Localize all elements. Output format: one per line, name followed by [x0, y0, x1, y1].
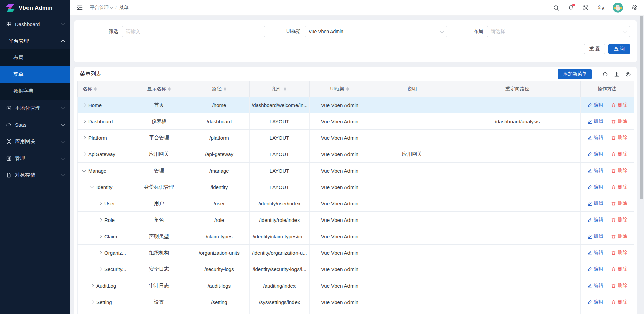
table-row-Home: Home首页/home/dashboard/welcome/in...Vue V…: [78, 97, 634, 113]
sidebar-item-菜单[interactable]: 菜单: [0, 66, 70, 83]
sort-carets-icon[interactable]: [94, 87, 97, 91]
delete-link[interactable]: 删除: [611, 250, 627, 256]
expand-row-icon[interactable]: [82, 152, 86, 156]
trash-icon: [611, 217, 616, 223]
sort-carets-icon[interactable]: [224, 87, 226, 91]
edit-link[interactable]: 编辑: [587, 151, 603, 157]
sidebar-item-数据字典[interactable]: 数据字典: [0, 83, 70, 100]
edit-label: 编辑: [594, 151, 603, 157]
search-button[interactable]: 查 询: [608, 44, 630, 54]
delete-link[interactable]: 删除: [611, 102, 627, 108]
cell-component: LAYOUT: [250, 179, 310, 195]
column-settings-gear-icon[interactable]: [625, 71, 631, 77]
delete-label: 删除: [618, 200, 627, 206]
edit-link[interactable]: 编辑: [587, 233, 603, 239]
delete-link[interactable]: 删除: [611, 184, 627, 190]
sort-carets-icon[interactable]: [284, 87, 286, 91]
menu-fold-icon[interactable]: [76, 4, 83, 11]
collapse-row-icon[interactable]: [90, 185, 94, 188]
edit-link[interactable]: 编辑: [587, 250, 603, 256]
delete-link[interactable]: 删除: [611, 299, 627, 305]
settings-gear-icon[interactable]: [631, 4, 638, 11]
toolbar-right: 添加新菜单: [558, 69, 631, 79]
edit-link[interactable]: 编辑: [587, 135, 603, 141]
edit-link[interactable]: 编辑: [587, 217, 603, 223]
pencil-icon: [587, 250, 592, 255]
ui-framework-select[interactable]: Vue Vben Admin: [305, 26, 447, 37]
sidebar-item-Saas[interactable]: Saas: [0, 116, 70, 133]
expand-row-icon[interactable]: [98, 234, 102, 238]
expand-row-icon[interactable]: [98, 218, 102, 222]
delete-label: 删除: [618, 184, 627, 190]
add-menu-button[interactable]: 添加新菜单: [558, 69, 592, 79]
vertical-scrollbar-thumb[interactable]: [640, 16, 643, 199]
edit-link[interactable]: 编辑: [587, 266, 603, 272]
edit-link[interactable]: 编辑: [587, 184, 603, 190]
expand-row-icon[interactable]: [90, 300, 94, 304]
sidebar-item-管理[interactable]: 管理: [0, 150, 70, 167]
column-header-组件[interactable]: 组件: [250, 81, 310, 97]
column-label: 重定向路径: [506, 86, 529, 92]
table-header-row: 名称显示名称路径组件UI框架说明重定向路径操作方法: [78, 81, 634, 97]
sidebar-item-平台管理[interactable]: 平台管理: [0, 33, 70, 49]
cell-path: /user: [189, 195, 250, 212]
vben-logo-icon: [5, 3, 15, 13]
pencil-icon: [587, 267, 592, 272]
column-header-名称[interactable]: 名称: [78, 81, 129, 97]
table-row-Manage: Manage管理/manageLAYOUTVue Vben Admin编辑删除: [78, 163, 634, 179]
sort-carets-icon[interactable]: [168, 87, 171, 91]
cell-component: LAYOUT: [250, 113, 310, 130]
column-header-UI框架[interactable]: UI框架: [310, 81, 370, 97]
sidebar-item-本地化管理[interactable]: 本地化管理: [0, 100, 70, 116]
edit-link[interactable]: 编辑: [587, 299, 603, 305]
notification-bell-icon[interactable]: [568, 5, 574, 11]
expand-row-icon[interactable]: [98, 201, 102, 205]
expand-row-icon[interactable]: [90, 284, 94, 287]
delete-link[interactable]: 删除: [611, 233, 627, 239]
sort-carets-icon[interactable]: [346, 87, 349, 91]
app-logo[interactable]: Vben Admin: [0, 0, 70, 16]
layout-select[interactable]: 请选择: [487, 26, 630, 37]
sidebar-item-对象存储[interactable]: 对象存储: [0, 167, 70, 183]
cell-description: [370, 97, 454, 113]
reset-button[interactable]: 重 置: [584, 44, 605, 54]
column-header-显示名称[interactable]: 显示名称: [129, 81, 189, 97]
filter-input[interactable]: [122, 26, 265, 37]
column-header-路径[interactable]: 路径: [189, 81, 250, 97]
framework-value: Vue Vben Admin: [321, 201, 358, 206]
sidebar-item-Dashboard[interactable]: Dashboard: [0, 16, 70, 33]
expand-row-icon[interactable]: [82, 136, 86, 139]
edit-link[interactable]: 编辑: [587, 282, 603, 289]
cell-component: LAYOUT: [250, 146, 310, 163]
breadcrumb-parent[interactable]: 平台管理: [90, 5, 113, 11]
sidebar-item-布局[interactable]: 布局: [0, 49, 70, 66]
search-icon[interactable]: [553, 5, 559, 11]
edit-link[interactable]: 编辑: [587, 168, 603, 174]
sidebar-item-应用网关[interactable]: 应用网关: [0, 133, 70, 150]
delete-link[interactable]: 删除: [611, 168, 627, 174]
sidebar-item-label: Saas: [15, 122, 62, 128]
collapse-row-icon[interactable]: [82, 168, 86, 172]
expand-row-icon[interactable]: [98, 251, 102, 254]
refresh-icon[interactable]: [602, 71, 608, 77]
edit-link[interactable]: 编辑: [587, 200, 603, 206]
cell-path: /platform: [189, 130, 250, 146]
delete-link[interactable]: 删除: [611, 217, 627, 223]
avatar[interactable]: [613, 3, 623, 13]
display-value: 平台管理: [149, 135, 169, 140]
delete-link[interactable]: 删除: [611, 282, 627, 289]
row-height-icon[interactable]: [613, 71, 620, 77]
edit-link[interactable]: 编辑: [587, 102, 603, 108]
delete-link[interactable]: 删除: [611, 200, 627, 206]
expand-row-icon[interactable]: [82, 119, 86, 123]
translate-icon[interactable]: 文A: [597, 5, 604, 10]
delete-link[interactable]: 删除: [611, 266, 627, 272]
expand-row-icon[interactable]: [82, 103, 86, 107]
delete-link[interactable]: 删除: [611, 135, 627, 141]
expand-row-icon[interactable]: [98, 267, 102, 271]
edit-link[interactable]: 编辑: [587, 118, 603, 124]
cell-name: Dashboard: [78, 113, 129, 130]
fullscreen-icon[interactable]: [583, 5, 589, 11]
delete-link[interactable]: 删除: [611, 118, 627, 124]
delete-link[interactable]: 删除: [611, 151, 627, 157]
